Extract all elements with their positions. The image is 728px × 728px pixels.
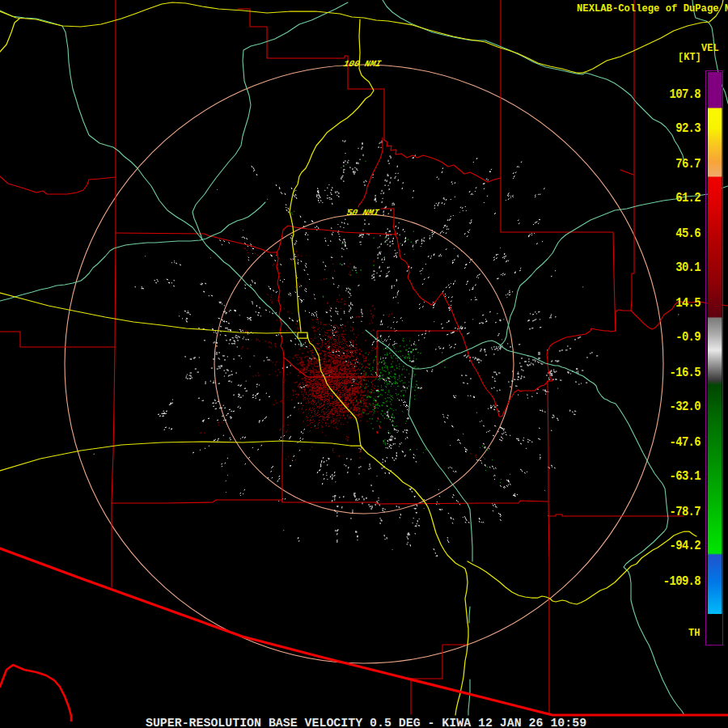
- svg-text:TH: TH: [688, 628, 700, 639]
- svg-text:-16.5: -16.5: [670, 365, 701, 381]
- svg-text:76.7: 76.7: [675, 156, 700, 172]
- svg-text:45.6: 45.6: [675, 226, 700, 242]
- svg-text:100 NMI: 100 NMI: [342, 59, 382, 69]
- svg-text:30.1: 30.1: [675, 260, 700, 276]
- svg-text:NEXLAB-College of DuPage N: NEXLAB-College of DuPage N: [577, 3, 728, 15]
- svg-text:-78.7: -78.7: [670, 504, 701, 520]
- svg-text:-63.1: -63.1: [670, 468, 701, 485]
- svg-text:-0.9: -0.9: [675, 329, 700, 345]
- svg-text:14.5: 14.5: [675, 295, 700, 311]
- svg-text:61.2: 61.2: [675, 190, 700, 206]
- svg-text:[KT]: [KT]: [678, 52, 701, 63]
- svg-text:50 NMI: 50 NMI: [345, 208, 380, 218]
- svg-text:-32.0: -32.0: [670, 399, 701, 415]
- svg-text:SUPER-RESOLUTION BASE VELOCITY: SUPER-RESOLUTION BASE VELOCITY 0.5 DEG -…: [146, 717, 586, 728]
- svg-text:92.3: 92.3: [675, 121, 700, 137]
- svg-text:107.8: 107.8: [670, 87, 701, 103]
- svg-text:-109.8: -109.8: [663, 574, 701, 590]
- svg-text:-94.2: -94.2: [670, 538, 701, 554]
- svg-text:-47.6: -47.6: [670, 434, 701, 451]
- svg-text:VEL: VEL: [701, 43, 719, 54]
